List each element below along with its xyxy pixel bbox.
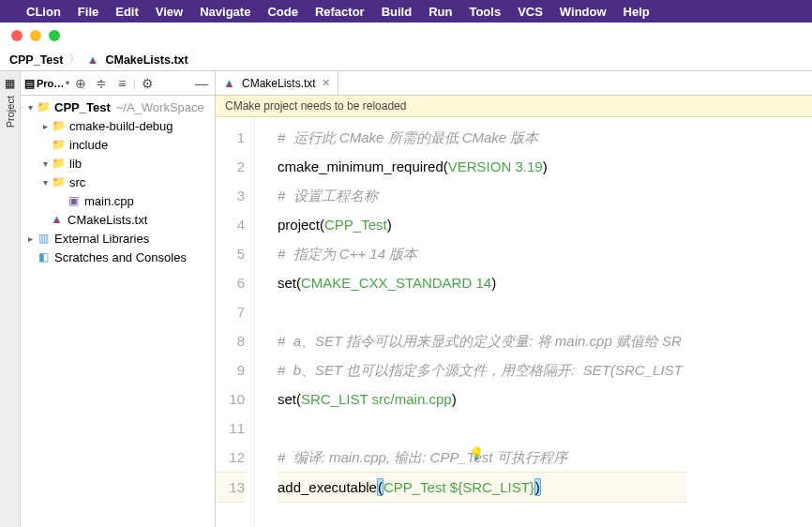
tree-item-label: main.cpp [84,194,134,208]
tree-item-label: CPP_Test [54,100,111,114]
code-body[interactable]: # 运行此 CMake 所需的最低 CMake 版本cmake_minimum_… [255,117,686,527]
project-toolwindow-icon[interactable]: ▦ [5,77,15,90]
code-line[interactable]: set(CMAKE_CXX_STANDARD 14) [278,268,686,297]
line-number: 3 [216,181,245,210]
line-number: 5 [216,239,245,268]
cmake-file-icon [51,213,64,226]
code-line[interactable]: cmake_minimum_required(VERSION 3.19) [278,152,686,181]
select-opened-file-icon[interactable]: ⊕ [71,74,90,93]
chevron-right-icon: 〉 [68,52,81,68]
code-line[interactable]: add_executable(CPP_Test ${SRC_LIST}) [278,472,686,503]
navigation-bar: CPP_Test 〉 CMakeLists.txt [0,49,812,71]
folder-icon: 📁 [51,118,66,133]
tree-item-label: Scratches and Consoles [54,250,187,264]
library-icon: ▥ [36,231,51,246]
folder-icon: 📁 [36,99,51,114]
code-line[interactable]: # 设置工程名称 [278,181,686,210]
breadcrumb-root[interactable]: CPP_Test [9,53,63,67]
line-number: 1 [216,123,245,152]
menu-item-file[interactable]: File [78,5,98,19]
tree-item-label: External Libraries [54,232,149,246]
menu-item-build[interactable]: Build [382,5,413,19]
mac-menubar: CLion File Edit View Navigate Code Refac… [0,0,812,23]
menu-item-code[interactable]: Code [267,5,298,19]
tree-item-src[interactable]: ▾ 📁 src [21,173,215,191]
breadcrumb-file[interactable]: CMakeLists.txt [105,53,188,67]
menu-item-refactor[interactable]: Refactor [315,5,365,19]
code-line[interactable] [278,297,686,326]
tree-item-scratches[interactable]: ◧ Scratches and Consoles [21,248,215,266]
editor-notification-banner[interactable]: CMake project needs to be reloaded [216,96,812,117]
line-number: 13 [216,472,245,503]
window-minimize-button[interactable] [30,30,41,41]
tree-item-label: lib [69,157,82,171]
line-number: 10 [216,384,245,414]
intention-bulb-icon[interactable]: 💡 [469,439,484,468]
collapse-all-icon[interactable]: ≡ [113,74,131,93]
code-line[interactable]: project(CPP_Test) [278,210,686,239]
window-zoom-button[interactable] [49,30,60,41]
menu-item-tools[interactable]: Tools [469,5,501,19]
window-controls [0,23,812,49]
expand-all-icon[interactable]: ≑ [92,74,111,93]
project-toolwindow-label[interactable]: Project [5,96,16,128]
line-number-gutter: 12345678910111213 [216,117,255,527]
expand-toggle-icon[interactable]: ▾ [24,102,36,113]
menu-item-view[interactable]: View [156,5,183,19]
expand-toggle-icon[interactable]: ▸ [39,121,51,131]
code-line[interactable]: set(SRC_LIST src/main.cpp) [278,384,686,414]
expand-toggle-icon[interactable]: ▾ [39,177,51,188]
menu-item-vcs[interactable]: VCS [518,5,543,19]
line-number: 8 [216,326,245,355]
hide-toolwindow-icon[interactable]: — [192,74,211,93]
editor-tab-cmakelists[interactable]: CMakeLists.txt ✕ [216,71,338,95]
project-tool-window: ▤ Pro… ▾ ⊕ ≑ ≡ | ⚙ — ▾ 📁 CPP_Test ~/A_Wo… [21,71,216,527]
project-toolbar: ▤ Pro… ▾ ⊕ ≑ ≡ | ⚙ — [21,71,215,96]
cpp-file-icon: ▣ [66,193,81,208]
editor-tabs: CMakeLists.txt ✕ [216,71,812,96]
cmake-file-icon [86,53,99,67]
code-editor[interactable]: 12345678910111213 # 运行此 CMake 所需的最低 CMak… [216,117,812,527]
close-tab-icon[interactable]: ✕ [322,77,330,89]
project-view-selector[interactable]: ▤ Pro… ▾ [24,77,69,90]
line-number: 9 [216,355,245,384]
line-number: 11 [216,414,245,443]
editor-tab-label: CMakeLists.txt [242,77,316,90]
editor-area: CMakeLists.txt ✕ CMake project needs to … [216,71,812,527]
expand-toggle-icon[interactable]: ▸ [24,233,36,244]
tree-item-lib[interactable]: ▾ 📁 lib [21,154,215,173]
scratches-icon: ◧ [36,249,51,264]
tree-item-external-libraries[interactable]: ▸ ▥ External Libraries [21,229,215,248]
menu-item-edit[interactable]: Edit [115,5,139,19]
code-line[interactable]: # a、SET 指令可以用来显式的定义变量: 将 main.cpp 赋值给 SR [278,326,686,355]
tree-item-cmakelists[interactable]: CMakeLists.txt [21,210,215,229]
tree-item-label: CMakeLists.txt [68,213,147,227]
menu-item-window[interactable]: Window [560,5,607,19]
line-number: 12 [216,443,245,472]
line-number: 6 [216,268,245,297]
code-line[interactable]: # 运行此 CMake 所需的最低 CMake 版本 [278,123,686,152]
folder-icon: 📁 [51,174,66,189]
code-line[interactable]: # b、SET 也可以指定多个源文件，用空格隔开: SET(SRC_LIST [278,355,686,384]
tree-project-root[interactable]: ▾ 📁 CPP_Test ~/A_WorkSpace [21,98,215,116]
tool-window-stripe: ▦ Project [0,71,21,527]
window-close-button[interactable] [11,30,23,41]
tree-item-label: cmake-build-debug [69,119,173,133]
folder-icon: 📁 [51,137,66,152]
tree-item-main-cpp[interactable]: ▣ main.cpp [21,191,215,210]
line-number: 7 [216,297,245,326]
settings-gear-icon[interactable]: ⚙ [138,74,157,93]
code-line[interactable]: # 指定为 C++ 14 版本 [278,239,686,268]
tree-item-cmake-build-debug[interactable]: ▸ 📁 cmake-build-debug [21,116,215,135]
folder-icon: 📁 [51,156,66,171]
menu-item-run[interactable]: Run [429,5,452,19]
menu-item-help[interactable]: Help [624,5,650,19]
expand-toggle-icon[interactable]: ▾ [39,158,51,169]
tree-item-include[interactable]: 📁 include [21,135,215,154]
cmake-file-icon [223,77,236,90]
project-tree: ▾ 📁 CPP_Test ~/A_WorkSpace ▸ 📁 cmake-bui… [21,96,215,527]
menu-item-navigate[interactable]: Navigate [200,5,250,19]
menu-app-name[interactable]: CLion [26,5,61,19]
tree-path-suffix: ~/A_WorkSpace [116,100,204,114]
tree-item-label: src [69,175,85,189]
